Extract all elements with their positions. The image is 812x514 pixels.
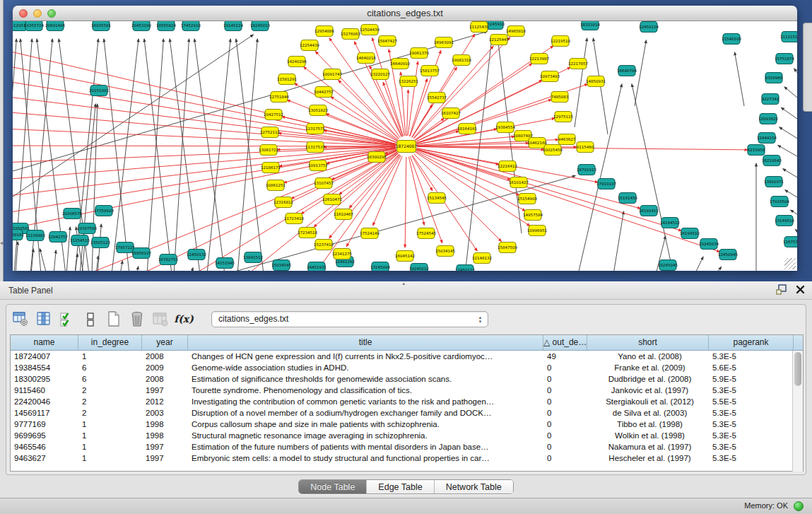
window-titlebar[interactable]: citations_edges.txt: [13, 6, 797, 21]
citation-edge-black[interactable]: [781, 107, 797, 124]
graph-node[interactable]: 9115460: [577, 142, 594, 153]
checkbox-column-icon[interactable]: [82, 310, 99, 327]
graph-node[interactable]: 16963091: [434, 37, 454, 48]
graph-node[interactable]: 15034145: [435, 246, 455, 257]
graph-node[interactable]: 10996951: [527, 226, 547, 236]
graph-node[interactable]: 19397588: [77, 223, 97, 234]
graph-node[interactable]: 12450945: [718, 250, 738, 260]
graph-node[interactable]: 15751874: [775, 54, 794, 64]
citation-edge-black[interactable]: [207, 39, 230, 271]
graph-node[interactable]: 19384554: [495, 122, 515, 133]
citation-edge-black[interactable]: [779, 127, 797, 143]
graph-node[interactable]: 13061721: [259, 145, 278, 156]
graph-node[interactable]: 12444154: [757, 133, 777, 144]
graph-node[interactable]: 14957584: [523, 210, 543, 221]
citation-edge-black[interactable]: [236, 39, 264, 271]
citation-edge-black[interactable]: [632, 84, 673, 271]
column-header-pagerank[interactable]: pagerank: [709, 335, 794, 350]
memory-status-led[interactable]: [794, 501, 804, 511]
graph-node[interactable]: 12752112: [260, 127, 280, 138]
table-row[interactable]: 969969511998Structural magnetic resonanc…: [11, 430, 803, 441]
tab-network-table[interactable]: Network Table: [435, 480, 513, 493]
graph-node[interactable]: 11581291: [277, 74, 297, 85]
panel-splitter-handle[interactable]: ▴: [403, 281, 406, 286]
graph-node[interactable]: 17016504: [770, 197, 789, 207]
graph-node[interactable]: 17452918: [181, 21, 201, 31]
graph-node[interactable]: 13145094: [370, 262, 390, 271]
graph-node[interactable]: 13505123: [90, 238, 110, 248]
citation-edge-red[interactable]: [416, 150, 719, 252]
graph-node[interactable]: 15191450: [618, 193, 637, 204]
graph-node[interactable]: 17234518: [298, 228, 317, 238]
graph-node[interactable]: 18164161: [457, 124, 477, 134]
graph-node[interactable]: 18791913: [577, 165, 596, 175]
graph-node[interactable]: 15847509: [498, 243, 517, 253]
table-row[interactable]: 2242004622012Investigating the contribut…: [11, 396, 803, 407]
citation-edge-red[interactable]: [13, 81, 396, 145]
table-settings-icon[interactable]: [12, 310, 29, 327]
graph-node[interactable]: 12450112: [455, 265, 475, 271]
graph-node[interactable]: 18724007: [396, 141, 418, 153]
graph-node[interactable]: 10442757: [314, 87, 334, 98]
graph-node[interactable]: 14850931: [586, 76, 606, 87]
graph-node[interactable]: 16210643: [762, 156, 782, 166]
table-row[interactable]: 1456911722003Disruption of a novel membe…: [11, 407, 803, 419]
graph-node[interactable]: 12954886: [314, 26, 334, 37]
graph-node[interactable]: 18313014: [580, 21, 600, 30]
graph-node[interactable]: 12975115: [553, 112, 573, 122]
graph-node[interactable]: 12148132: [472, 253, 492, 264]
graph-node[interactable]: 20151901: [89, 86, 109, 96]
graph-node[interactable]: 12504439: [360, 25, 379, 35]
graph-node[interactable]: 13149518: [775, 216, 794, 226]
graph-node[interactable]: 11548108: [722, 34, 741, 45]
citation-edge-red[interactable]: [408, 157, 424, 226]
column-visibility-icon[interactable]: [35, 310, 52, 327]
graph-node[interactable]: 15154909: [517, 194, 537, 204]
citation-edge-red[interactable]: [13, 129, 396, 146]
graph-node[interactable]: 11125439: [469, 22, 489, 33]
citation-edge-black[interactable]: [54, 250, 56, 271]
column-header-name[interactable]: name: [11, 335, 78, 350]
graph-node[interactable]: 11317537: [305, 142, 325, 153]
citation-edge-black[interactable]: [613, 211, 624, 271]
function-icon[interactable]: f(x): [175, 310, 192, 327]
citation-edge-red[interactable]: [405, 157, 406, 247]
citation-edge-red[interactable]: [182, 152, 397, 271]
graph-node[interactable]: 13051823: [308, 105, 328, 116]
graph-node[interactable]: 12751846: [269, 92, 289, 103]
import-table-icon[interactable]: [152, 310, 169, 327]
graph-node[interactable]: 11675313: [783, 237, 797, 247]
close-panel-icon[interactable]: [796, 285, 805, 294]
graph-node[interactable]: 14194512: [660, 218, 680, 228]
graph-node[interactable]: 16101427: [509, 177, 529, 188]
citation-edge-red[interactable]: [13, 148, 396, 197]
citation-edge-black[interactable]: [783, 169, 797, 182]
delete-icon[interactable]: [129, 310, 146, 327]
new-file-icon[interactable]: [105, 310, 122, 327]
citation-edge-black[interactable]: [174, 39, 189, 271]
graph-node[interactable]: 16782753: [158, 255, 178, 265]
graph-node[interactable]: 14240296: [287, 57, 307, 67]
graph-node[interactable]: 19245045: [658, 260, 678, 271]
graph-node[interactable]: 16935581: [91, 21, 111, 31]
graph-node[interactable]: 12186171: [261, 163, 281, 173]
tab-edge-table[interactable]: Edge Table: [367, 480, 434, 493]
graph-node[interactable]: 16194510: [680, 228, 700, 239]
citation-edge-black[interactable]: [635, 40, 646, 106]
graph-node[interactable]: 12317571: [305, 124, 325, 134]
graph-node[interactable]: 11156883: [25, 230, 45, 241]
graph-node[interactable]: 18245013: [250, 21, 270, 31]
graph-node[interactable]: 17524149: [360, 228, 379, 239]
citation-edge-black[interactable]: [136, 267, 139, 271]
graph-node[interactable]: 12610471: [322, 194, 342, 205]
graph-node[interactable]: 13992971: [764, 177, 784, 187]
graph-node[interactable]: 12254439: [300, 40, 319, 51]
graph-node[interactable]: 9227342: [762, 94, 779, 105]
graph-node[interactable]: 12125447: [489, 35, 509, 45]
graph-node[interactable]: 16640910: [390, 59, 410, 69]
graph-node[interactable]: 10973493: [540, 71, 560, 82]
graph-node[interactable]: 12213987: [529, 54, 549, 64]
graph-node[interactable]: 15134545: [427, 193, 447, 204]
graph-node[interactable]: 16045142: [395, 251, 415, 262]
graph-node[interactable]: 16958107: [131, 248, 151, 259]
